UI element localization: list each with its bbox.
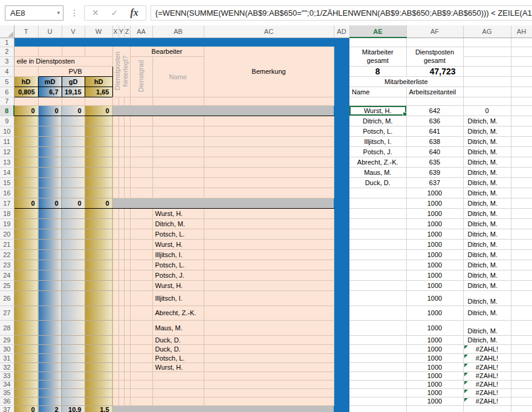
row-header-6[interactable]: 6 bbox=[0, 87, 14, 97]
cell-AH32[interactable] bbox=[511, 362, 532, 371]
cell-V19[interactable] bbox=[62, 218, 85, 229]
cell-AF29[interactable]: 1000 bbox=[406, 335, 463, 344]
cell-W32[interactable] bbox=[85, 362, 112, 371]
cell-AG2[interactable] bbox=[463, 47, 511, 56]
cell-W11[interactable] bbox=[85, 136, 112, 146]
cell-AF30[interactable]: 1000 bbox=[406, 344, 463, 353]
cell-Z29[interactable] bbox=[124, 335, 130, 344]
cell-W22[interactable] bbox=[85, 249, 112, 260]
cell-AE37[interactable] bbox=[349, 405, 406, 412]
cell-AA30[interactable] bbox=[130, 344, 152, 353]
cell-W34[interactable] bbox=[85, 380, 112, 388]
cell-AB12[interactable] bbox=[152, 146, 204, 157]
cell-T25[interactable] bbox=[14, 280, 38, 290]
cell-V15[interactable] bbox=[62, 177, 85, 188]
cell-X25[interactable] bbox=[112, 280, 118, 290]
cell-Y34[interactable] bbox=[118, 380, 124, 388]
cell-W20[interactable] bbox=[85, 229, 112, 239]
cell-X2-Z6-dienstposten-hinterlegt[interactable]: Dienstposten hinterlegt? bbox=[112, 47, 130, 97]
cell-AB30[interactable]: Duck, D. bbox=[152, 344, 204, 353]
row-header-1[interactable]: 1 bbox=[0, 38, 14, 47]
cell-AG33[interactable]: #ZAHL! bbox=[463, 371, 511, 380]
cell-X30[interactable] bbox=[112, 344, 118, 353]
cell-AG17[interactable]: Ditrich, M. bbox=[463, 198, 511, 208]
col-header-T[interactable]: T bbox=[14, 25, 38, 38]
cell-X36[interactable] bbox=[112, 397, 118, 405]
cell-AC11[interactable] bbox=[204, 136, 334, 146]
row-header-33[interactable]: 33 bbox=[0, 371, 14, 380]
cell-T12[interactable] bbox=[14, 146, 38, 157]
cell-Z23[interactable] bbox=[124, 260, 130, 270]
cell-W37[interactable]: 1,5 bbox=[85, 405, 112, 412]
cell-AD21[interactable] bbox=[334, 239, 349, 249]
cell-AB35[interactable] bbox=[152, 388, 204, 397]
cell-AF6-arbeitszeitanteil[interactable]: Arbeitszeitanteil bbox=[406, 87, 463, 97]
cell-W24[interactable] bbox=[85, 270, 112, 280]
row-header-36[interactable]: 36 bbox=[0, 397, 14, 405]
cell-AG12[interactable]: Ditrich, M. bbox=[463, 146, 511, 157]
cell-AE22[interactable] bbox=[349, 249, 406, 260]
cell-U30[interactable] bbox=[38, 344, 62, 353]
cell-U34[interactable] bbox=[38, 380, 62, 388]
cell-Z11[interactable] bbox=[124, 136, 130, 146]
row-header-25[interactable]: 25 bbox=[0, 280, 14, 290]
cell-AD19[interactable] bbox=[334, 218, 349, 229]
cell-X16[interactable] bbox=[112, 188, 118, 198]
cell-AH7[interactable] bbox=[511, 97, 532, 105]
cell-Y10[interactable] bbox=[118, 126, 124, 136]
cell-X32[interactable] bbox=[112, 362, 118, 371]
cell-X24[interactable] bbox=[112, 270, 118, 280]
cell-AH2[interactable] bbox=[511, 47, 532, 56]
cell-U21[interactable] bbox=[38, 239, 62, 249]
cell-AB31[interactable]: Potsch, L. bbox=[152, 353, 204, 362]
cell-AE4-mitarbeiter-value[interactable]: 8 bbox=[349, 66, 406, 76]
cell-W6-quota-value[interactable]: 1,65 bbox=[85, 87, 112, 97]
cell-AA35[interactable] bbox=[130, 388, 152, 397]
cell-AG29[interactable]: Ditrich, M. bbox=[463, 335, 511, 344]
cell-V8[interactable]: 0 bbox=[62, 105, 85, 116]
cell-W25[interactable] bbox=[85, 280, 112, 290]
cell-AD14[interactable] bbox=[334, 167, 349, 177]
cell-AH8[interactable] bbox=[511, 105, 532, 116]
cell-AH14[interactable] bbox=[511, 167, 532, 177]
cell-AG10[interactable]: Ditrich, M. bbox=[463, 126, 511, 136]
cell-AA22[interactable] bbox=[130, 249, 152, 260]
cell-AB29[interactable]: Duck, D. bbox=[152, 335, 204, 344]
cell-V26[interactable] bbox=[62, 290, 85, 306]
cell-AH37[interactable] bbox=[511, 405, 532, 412]
cell-T2[interactable] bbox=[14, 47, 38, 56]
cell-AA13[interactable] bbox=[130, 157, 152, 167]
cell-AD12[interactable] bbox=[334, 146, 349, 157]
cell-AF13[interactable]: 635 bbox=[406, 157, 463, 167]
cell-U25[interactable] bbox=[38, 280, 62, 290]
row-header-7[interactable]: 7 bbox=[0, 97, 14, 105]
cell-U32[interactable] bbox=[38, 362, 62, 371]
cell-AD5[interactable] bbox=[334, 76, 349, 87]
cell-AA24[interactable] bbox=[130, 270, 152, 280]
cell-AG37[interactable] bbox=[463, 405, 511, 412]
cell-Z10[interactable] bbox=[124, 126, 130, 136]
cell-Y23[interactable] bbox=[118, 260, 124, 270]
cell-AD2[interactable] bbox=[334, 47, 349, 56]
cell-Y33[interactable] bbox=[118, 371, 124, 380]
cell-T16[interactable] bbox=[14, 188, 38, 198]
col-header-AC[interactable]: AC bbox=[204, 25, 334, 38]
cell-AB3-AB6-name[interactable]: Name bbox=[152, 56, 204, 97]
cell-AD30[interactable] bbox=[334, 344, 349, 353]
cell-AF36[interactable]: 1000 bbox=[406, 397, 463, 405]
cell-AG24[interactable]: Ditrich, M. bbox=[463, 270, 511, 280]
cell-X35[interactable] bbox=[112, 388, 118, 397]
cell-AH16[interactable] bbox=[511, 188, 532, 198]
cell-AE8[interactable]: Wurst, H. bbox=[349, 105, 406, 116]
cell-AD7[interactable] bbox=[334, 97, 349, 105]
cell-AE33[interactable] bbox=[349, 371, 406, 380]
cell-U20[interactable] bbox=[38, 229, 62, 239]
cell-V13[interactable] bbox=[62, 157, 85, 167]
cell-AH24[interactable] bbox=[511, 270, 532, 280]
cell-AA16[interactable] bbox=[130, 188, 152, 198]
cell-T37[interactable]: 0 bbox=[14, 405, 38, 412]
cell-AE34[interactable] bbox=[349, 380, 406, 388]
cell-W30[interactable] bbox=[85, 344, 112, 353]
name-box-dropdown-icon[interactable]: ▾ bbox=[57, 10, 60, 16]
cell-Y30[interactable] bbox=[118, 344, 124, 353]
